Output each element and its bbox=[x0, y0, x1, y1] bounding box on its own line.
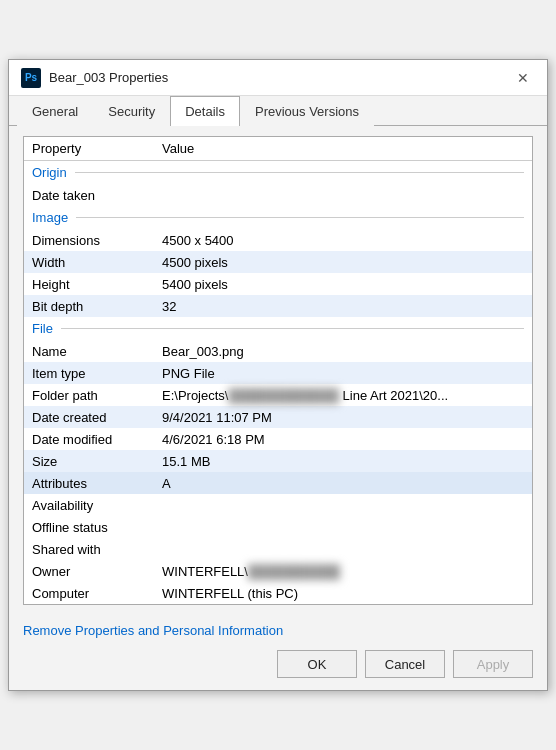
section-file-line bbox=[61, 328, 524, 329]
tab-details[interactable]: Details bbox=[170, 96, 240, 126]
prop-value-dimensions: 4500 x 5400 bbox=[162, 233, 524, 248]
prop-name-offline-status: Offline status bbox=[32, 520, 162, 535]
row-shared-with: Shared with bbox=[24, 538, 532, 560]
section-file-label: File bbox=[32, 321, 53, 336]
prop-name-shared-with: Shared with bbox=[32, 542, 162, 557]
row-offline-status: Offline status bbox=[24, 516, 532, 538]
dialog-buttons: OK Cancel Apply bbox=[9, 642, 547, 690]
prop-value-owner: WINTERFELL\██████████ bbox=[162, 564, 524, 579]
row-item-type: Item type PNG File bbox=[24, 362, 532, 384]
footer-link-container: Remove Properties and Personal Informati… bbox=[9, 615, 547, 642]
row-owner: Owner WINTERFELL\██████████ bbox=[24, 560, 532, 582]
cancel-button[interactable]: Cancel bbox=[365, 650, 445, 678]
prop-name-date-taken: Date taken bbox=[32, 188, 162, 203]
prop-value-date-modified: 4/6/2021 6:18 PM bbox=[162, 432, 524, 447]
ps-app-icon: Ps bbox=[21, 68, 41, 88]
properties-table: Property Value Origin Date taken Image bbox=[23, 136, 533, 605]
section-image-label: Image bbox=[32, 210, 68, 225]
prop-name-date-created: Date created bbox=[32, 410, 162, 425]
blurred-owner: ██████████ bbox=[248, 564, 340, 579]
row-bit-depth: Bit depth 32 bbox=[24, 295, 532, 317]
tab-bar: General Security Details Previous Versio… bbox=[9, 96, 547, 126]
prop-name-attributes: Attributes bbox=[32, 476, 162, 491]
title-bar-left: Ps Bear_003 Properties bbox=[21, 68, 168, 88]
row-attributes: Attributes A bbox=[24, 472, 532, 494]
section-image: Image bbox=[24, 206, 532, 229]
prop-name-height: Height bbox=[32, 277, 162, 292]
row-width: Width 4500 pixels bbox=[24, 251, 532, 273]
prop-value-height: 5400 pixels bbox=[162, 277, 524, 292]
col-value-header: Value bbox=[162, 141, 524, 156]
prop-name-folder-path: Folder path bbox=[32, 388, 162, 403]
col-property-header: Property bbox=[32, 141, 162, 156]
prop-value-computer: WINTERFELL (this PC) bbox=[162, 586, 524, 601]
prop-name-item-type: Item type bbox=[32, 366, 162, 381]
apply-button[interactable]: Apply bbox=[453, 650, 533, 678]
prop-value-attributes: A bbox=[162, 476, 524, 491]
prop-value-date-created: 9/4/2021 11:07 PM bbox=[162, 410, 524, 425]
tab-general[interactable]: General bbox=[17, 96, 93, 126]
section-origin: Origin bbox=[24, 161, 532, 184]
prop-value-name: Bear_003.png bbox=[162, 344, 524, 359]
prop-value-bit-depth: 32 bbox=[162, 299, 524, 314]
dialog-title: Bear_003 Properties bbox=[49, 70, 168, 85]
row-date-taken: Date taken bbox=[24, 184, 532, 206]
prop-name-date-modified: Date modified bbox=[32, 432, 162, 447]
title-bar: Ps Bear_003 Properties ✕ bbox=[9, 60, 547, 96]
section-origin-line bbox=[75, 172, 524, 173]
prop-name-name: Name bbox=[32, 344, 162, 359]
blurred-folder: ████████████ bbox=[228, 388, 339, 403]
row-size: Size 15.1 MB bbox=[24, 450, 532, 472]
prop-name-bit-depth: Bit depth bbox=[32, 299, 162, 314]
prop-value-folder-path: E:\Projects\████████████ Line Art 2021\2… bbox=[162, 388, 524, 403]
row-height: Height 5400 pixels bbox=[24, 273, 532, 295]
ok-button[interactable]: OK bbox=[277, 650, 357, 678]
row-folder-path: Folder path E:\Projects\████████████ Lin… bbox=[24, 384, 532, 406]
prop-value-width: 4500 pixels bbox=[162, 255, 524, 270]
prop-name-width: Width bbox=[32, 255, 162, 270]
section-file: File bbox=[24, 317, 532, 340]
prop-name-computer: Computer bbox=[32, 586, 162, 601]
row-dimensions: Dimensions 4500 x 5400 bbox=[24, 229, 532, 251]
section-origin-label: Origin bbox=[32, 165, 67, 180]
table-header: Property Value bbox=[24, 137, 532, 161]
prop-name-dimensions: Dimensions bbox=[32, 233, 162, 248]
content-area: Property Value Origin Date taken Image bbox=[9, 126, 547, 615]
properties-dialog: Ps Bear_003 Properties ✕ General Securit… bbox=[8, 59, 548, 691]
row-availability: Availability bbox=[24, 494, 532, 516]
row-computer: Computer WINTERFELL (this PC) bbox=[24, 582, 532, 604]
prop-name-size: Size bbox=[32, 454, 162, 469]
prop-value-item-type: PNG File bbox=[162, 366, 524, 381]
prop-name-availability: Availability bbox=[32, 498, 162, 513]
row-date-created: Date created 9/4/2021 11:07 PM bbox=[24, 406, 532, 428]
close-button[interactable]: ✕ bbox=[511, 66, 535, 90]
table-scroll[interactable]: Origin Date taken Image Dimensions 4500 … bbox=[24, 161, 532, 604]
section-image-line bbox=[76, 217, 524, 218]
row-name: Name Bear_003.png bbox=[24, 340, 532, 362]
row-date-modified: Date modified 4/6/2021 6:18 PM bbox=[24, 428, 532, 450]
tab-security[interactable]: Security bbox=[93, 96, 170, 126]
tab-previous-versions[interactable]: Previous Versions bbox=[240, 96, 374, 126]
prop-value-size: 15.1 MB bbox=[162, 454, 524, 469]
prop-name-owner: Owner bbox=[32, 564, 162, 579]
remove-properties-link[interactable]: Remove Properties and Personal Informati… bbox=[23, 623, 283, 638]
